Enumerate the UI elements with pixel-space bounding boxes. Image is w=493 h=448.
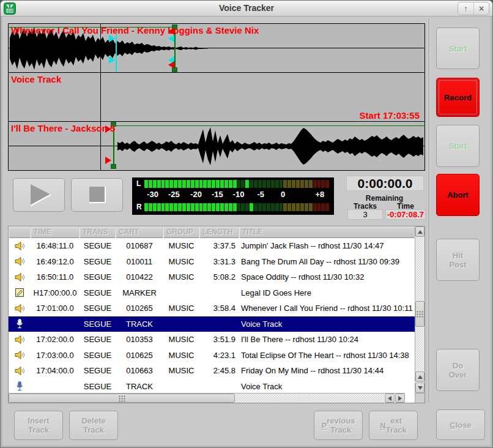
meter-segment — [220, 203, 224, 211]
log-row[interactable]: 17:04:00.0SEGUE010663MUSIC2:45.8Friday O… — [9, 363, 415, 379]
row-type-icon-cell — [9, 349, 31, 360]
meter-segment — [169, 180, 173, 188]
log-row[interactable]: 17:01:00.0SEGUE010265MUSIC3:58.4Whenever… — [9, 301, 415, 316]
stop-button[interactable] — [71, 178, 123, 212]
play-button[interactable] — [13, 178, 65, 212]
speaker-icon — [14, 303, 25, 314]
column-header-title[interactable]: TITLE — [239, 226, 415, 238]
remaining-label: Remaining — [343, 194, 426, 203]
meter-segment — [191, 180, 195, 188]
meter-scale-label: -20 — [190, 190, 202, 199]
meter-segment — [287, 180, 291, 188]
cell-cart: 010625 — [116, 351, 163, 360]
column-header-cart[interactable]: CART — [116, 226, 163, 238]
row-type-icon-cell — [9, 272, 31, 283]
cell-trans: SEGUE — [80, 319, 116, 329]
meter-scale: -30-25-20-15-10-50+8 — [144, 190, 329, 200]
scroll-up-button[interactable] — [415, 226, 424, 237]
track-3-region[interactable]: I'll Be There - Jackson 5 — [9, 122, 424, 171]
horizontal-scrollbar[interactable] — [9, 393, 405, 403]
meter-scale-label: -30 — [147, 190, 158, 199]
edit-cursor-line — [100, 24, 101, 170]
vertical-scrollbar[interactable] — [415, 226, 424, 393]
next-track-button[interactable]: NextTrack — [369, 411, 418, 440]
scroll-up-button-2[interactable] — [415, 371, 424, 382]
meter-right-label: R — [136, 203, 142, 211]
track-2-region[interactable]: Voice Track Start 17:03:55 — [9, 73, 424, 122]
meter-segment — [305, 180, 308, 188]
meter-segment — [182, 203, 186, 211]
track-1-title: Whenever I Call You Friend - Kenny Loggi… — [11, 25, 259, 35]
left-arrow-icon — [388, 396, 391, 401]
log-row[interactable]: 16:49:12.0SEGUE010011MUSIC3:31.3Bang The… — [9, 254, 415, 270]
scroll-down-button[interactable] — [415, 383, 424, 393]
shade-button[interactable]: ↑ — [458, 2, 473, 15]
end-marker-icon[interactable] — [168, 61, 174, 69]
meter-segment — [300, 203, 304, 211]
log-row[interactable]: SEGUETRACKVoice Track — [9, 379, 415, 395]
log-row[interactable]: 17:02:00.0SEGUE010353MUSIC3:51.9I'll Be … — [9, 332, 415, 348]
column-header-group[interactable]: GROUP — [163, 226, 199, 238]
meter-segment — [195, 180, 199, 188]
track-1-region[interactable]: Whenever I Call You Friend - Kenny Loggi… — [9, 24, 424, 73]
row-type-icon-cell — [9, 256, 31, 267]
column-header-length[interactable]: LENGTH — [199, 226, 239, 238]
cell-trans: SEGUE — [80, 304, 116, 313]
do-over-button[interactable]: DoOver — [436, 349, 480, 391]
log-header-row[interactable]: TIMETRANSCARTGROUPLENGTHTITLE — [9, 226, 415, 238]
meter-segment — [207, 203, 211, 211]
track-editor-panel[interactable]: Whenever I Call You Friend - Kenny Loggi… — [8, 23, 425, 171]
meter-segment — [187, 203, 190, 211]
cue-marker-icon[interactable] — [109, 56, 115, 64]
record-button[interactable]: Record — [436, 78, 480, 117]
titlebar[interactable]: Voice Tracker ↑ × — [1, 1, 492, 17]
log-row[interactable]: 16:48:11.0SEGUE010687MUSIC3:37.5Jumpin' … — [9, 238, 415, 254]
marker-handle[interactable] — [111, 164, 116, 169]
start-track3-button[interactable]: Start — [436, 125, 480, 167]
cue-marker-icon[interactable] — [168, 35, 174, 42]
insert-track-button[interactable]: InsertTrack — [14, 411, 63, 440]
log-row[interactable]: H17:00:00.0SEGUEMARKERLegal ID Goes Here — [9, 285, 415, 301]
meter-segment — [237, 180, 241, 188]
column-header-trans[interactable]: TRANS — [80, 226, 116, 238]
meter-scale-label: -15 — [212, 190, 223, 199]
start-marker-icon[interactable] — [105, 157, 111, 164]
meter-segment — [161, 180, 165, 188]
scroll-right-button[interactable] — [395, 394, 405, 403]
scrollbar-corner — [415, 393, 424, 403]
v-scrollbar-thumb[interactable] — [415, 301, 424, 327]
h-scrollbar-track[interactable] — [235, 394, 384, 403]
log-row-selected[interactable]: SEGUETRACKVoice Track — [9, 316, 415, 332]
meter-segment — [144, 180, 148, 188]
delete-track-button[interactable]: DeleteTrack — [69, 411, 118, 440]
close-button[interactable]: Close — [436, 409, 485, 440]
column-header-time[interactable]: TIME — [31, 226, 80, 238]
hit-post-button[interactable]: HitPost — [436, 239, 480, 281]
cell-title: Voice Track — [239, 319, 415, 329]
meter-segment — [296, 180, 300, 188]
cue-marker-icon[interactable] — [109, 35, 115, 42]
meter-segment — [224, 203, 228, 211]
cell-title: Jumpin' Jack Flash -- rdhost 11/30 14:47 — [239, 241, 415, 250]
meter-segment — [149, 180, 152, 188]
cell-time: 17:04:00.0 — [31, 366, 80, 375]
cell-length: 4:23.1 — [199, 351, 239, 360]
meter-segment — [283, 203, 287, 211]
meter-segment — [280, 180, 283, 188]
previous-track-button[interactable]: PreviousTrack — [314, 411, 363, 440]
scroll-left-button[interactable] — [385, 394, 395, 403]
meter-segment — [216, 203, 220, 211]
meter-segment — [283, 180, 287, 188]
cell-trans: SEGUE — [80, 272, 116, 282]
abort-button[interactable]: Abort — [436, 174, 480, 216]
start-track1-button[interactable]: Start — [436, 28, 480, 69]
h-scrollbar-thumb[interactable] — [9, 394, 235, 403]
meter-segment — [245, 203, 249, 211]
cell-group: MUSIC — [163, 366, 199, 375]
log-row[interactable]: 16:50:11.0SEGUE010422MUSIC5:08.2Space Od… — [9, 269, 415, 285]
play-cursor-marker[interactable] — [116, 34, 117, 72]
close-window-button[interactable]: × — [473, 2, 489, 15]
meter-segment — [187, 180, 190, 188]
cell-length: 2:45.8 — [199, 366, 239, 375]
log-row[interactable]: 17:03:00.0SEGUE010625MUSIC4:23.1Total Ec… — [9, 348, 415, 364]
